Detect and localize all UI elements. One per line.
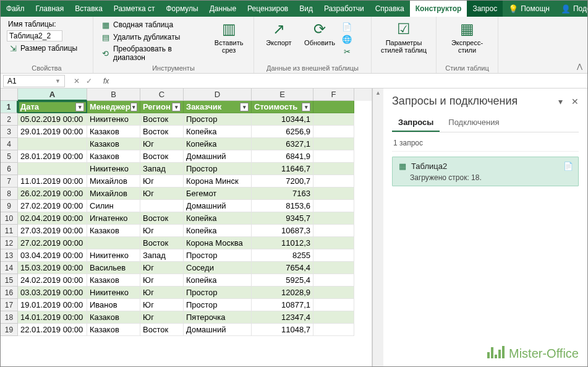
table-cell[interactable]: Никитенко	[87, 113, 140, 126]
table-cell[interactable]: 27.02.2019 00:00	[18, 237, 87, 249]
table-cell[interactable]: Юг	[140, 188, 184, 200]
table-cell[interactable]: Простор	[184, 113, 252, 126]
empty-cell[interactable]	[313, 175, 354, 188]
col-header-f[interactable]: F	[313, 89, 354, 101]
table-cell[interactable]: Юг	[140, 138, 184, 150]
table-cell[interactable]: Бегемот	[184, 188, 252, 200]
table-cell[interactable]: 11646,7	[252, 163, 313, 175]
table-cell[interactable]: Юг	[140, 225, 184, 237]
table-cell[interactable]: 8153,6	[252, 200, 313, 212]
empty-cell[interactable]	[313, 113, 354, 126]
table-cell[interactable]: Казаков	[87, 138, 140, 150]
table-cell[interactable]	[140, 200, 184, 212]
insert-slicer-button[interactable]: ▥Вставить срез	[210, 19, 247, 55]
table-cell[interactable]	[18, 138, 87, 150]
tab-8[interactable]: Разработчи	[318, 1, 370, 17]
table-cell[interactable]: 10877,1	[252, 299, 313, 311]
row-header[interactable]: 1	[1, 101, 18, 113]
row-header[interactable]: 10	[1, 212, 18, 225]
col-header-c[interactable]: C	[140, 89, 184, 101]
table-cell[interactable]: 03.04.2019 00:00	[18, 249, 87, 262]
collapse-ribbon-icon[interactable]: ⋀	[577, 63, 582, 71]
table-cell[interactable]: 11048,7	[252, 324, 313, 336]
empty-cell[interactable]	[313, 101, 354, 113]
table-cell[interactable]: 22.01.2019 00:00	[18, 324, 87, 336]
table-cell[interactable]: Корона Москва	[184, 237, 252, 249]
tab-5[interactable]: Данные	[204, 1, 242, 17]
table-cell[interactable]: Копейка	[184, 126, 252, 138]
table-cell[interactable]: Копейка	[184, 212, 252, 225]
props-icon[interactable]: 📄	[342, 22, 352, 32]
table-cell[interactable]: Юг	[140, 287, 184, 299]
empty-cell[interactable]	[313, 150, 354, 163]
row-header[interactable]: 7	[1, 175, 18, 188]
row-header[interactable]: 8	[1, 188, 18, 200]
table-cell[interactable]: Запад	[140, 249, 184, 262]
tab-7[interactable]: Вид	[294, 1, 318, 17]
table-cell[interactable]: Казаков	[87, 126, 140, 138]
table-cell[interactable]: Копейка	[184, 138, 252, 150]
table-cell[interactable]: 19.01.2019 00:00	[18, 299, 87, 311]
table-cell[interactable]: 27.03.2019 00:00	[18, 225, 87, 237]
empty-cell[interactable]	[313, 126, 354, 138]
tab-2[interactable]: Вставка	[69, 1, 108, 17]
row-header[interactable]: 6	[1, 163, 18, 175]
empty-cell[interactable]	[313, 324, 354, 336]
table-cell[interactable]: 24.02.2019 00:00	[18, 274, 87, 287]
table-cell[interactable]: Иванов	[87, 299, 140, 311]
table-cell[interactable]: Соседи	[184, 262, 252, 274]
share-button[interactable]: 👤Поделиться	[555, 1, 588, 17]
table-cell[interactable]: 02.04.2019 00:00	[18, 212, 87, 225]
table-cell[interactable]: Восток	[140, 237, 184, 249]
empty-cell[interactable]	[313, 274, 354, 287]
name-box[interactable]: A1▼	[3, 75, 65, 87]
table-name-input[interactable]	[7, 30, 62, 41]
table-cell[interactable]: 27.02.2019 00:00	[18, 200, 87, 212]
table-cell[interactable]: Простор	[184, 299, 252, 311]
vertical-scrollbar[interactable]: ▲	[372, 89, 383, 366]
table-cell[interactable]: Домашний	[184, 200, 252, 212]
pane-menu-icon[interactable]: ▾	[558, 97, 563, 106]
table-cell[interactable]: 8255	[252, 249, 313, 262]
table-cell[interactable]: Казаков	[87, 324, 140, 336]
export-button[interactable]: ↗Экспорт	[260, 19, 297, 48]
row-header[interactable]: 11	[1, 225, 18, 237]
empty-cell[interactable]	[313, 249, 354, 262]
fx-label[interactable]: fx	[98, 77, 114, 85]
table-cell[interactable]: 7163	[252, 188, 313, 200]
table-cell[interactable]: Юг	[140, 299, 184, 311]
table-cell[interactable]: Пятерочка	[184, 311, 252, 324]
table-cell[interactable]: Восток	[140, 324, 184, 336]
tab-6[interactable]: Рецензиров	[242, 1, 294, 17]
row-header[interactable]: 14	[1, 262, 18, 274]
filter-dropdown-icon[interactable]: ▾	[130, 103, 137, 111]
table-cell[interactable]: Казаков	[87, 311, 140, 324]
table-cell[interactable]: 10344,1	[252, 113, 313, 126]
empty-cell[interactable]	[313, 138, 354, 150]
table-cell[interactable]: Запад	[140, 163, 184, 175]
table-header-cell[interactable]: Стоимость▾	[252, 101, 313, 113]
table-cell[interactable]: 05.02.2019 00:00	[18, 113, 87, 126]
query-item-menu-icon[interactable]: 📄	[563, 162, 573, 171]
spreadsheet-grid[interactable]: A B C D E F 1Дата▾Менеджер▾Регион▾Заказч…	[1, 89, 372, 366]
refresh-button[interactable]: ⟳Обновить	[301, 19, 338, 48]
tab-9[interactable]: Справка	[370, 1, 410, 17]
table-cell[interactable]: Копейка	[184, 274, 252, 287]
table-cell[interactable]: 12347,4	[252, 311, 313, 324]
unlink-icon[interactable]: ✂	[342, 46, 352, 56]
col-header-b[interactable]: B	[87, 89, 140, 101]
filter-dropdown-icon[interactable]: ▾	[302, 103, 310, 111]
table-cell[interactable]: 03.03.2019 00:00	[18, 287, 87, 299]
table-cell[interactable]: 10687,3	[252, 225, 313, 237]
table-cell[interactable]: Михайлов	[87, 175, 140, 188]
tab-4[interactable]: Формулы	[161, 1, 204, 17]
empty-cell[interactable]	[313, 163, 354, 175]
table-cell[interactable]: Восток	[140, 113, 184, 126]
table-cell[interactable]: Простор	[184, 287, 252, 299]
row-header[interactable]: 19	[1, 324, 18, 336]
table-cell[interactable]: Восток	[140, 212, 184, 225]
pane-tab-connections[interactable]: Подключения	[442, 114, 505, 132]
empty-cell[interactable]	[313, 212, 354, 225]
row-header[interactable]: 13	[1, 249, 18, 262]
table-cell[interactable]: 5925,4	[252, 274, 313, 287]
